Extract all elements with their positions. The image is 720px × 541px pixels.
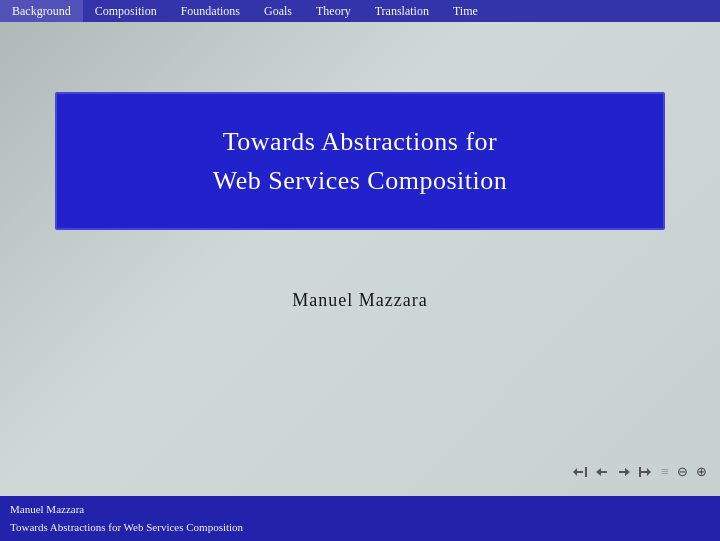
svg-rect-9: [639, 467, 641, 477]
nav-item-time[interactable]: Time: [441, 0, 490, 22]
nav-item-goals[interactable]: Goals: [252, 0, 304, 22]
nav-item-foundations[interactable]: Foundations: [169, 0, 252, 22]
status-title: Towards Abstractions for Web Services Co…: [10, 519, 710, 537]
navbar: Background Composition Foundations Goals…: [0, 0, 720, 22]
title-line2: Web Services Composition: [213, 166, 507, 195]
zoom-in-button[interactable]: ⊕: [693, 462, 710, 482]
svg-marker-8: [647, 468, 651, 476]
svg-marker-6: [625, 468, 630, 476]
nav-item-background[interactable]: Background: [0, 0, 83, 22]
svg-marker-4: [596, 468, 601, 476]
title-line1: Towards Abstractions for: [223, 127, 497, 156]
nav-item-theory[interactable]: Theory: [304, 0, 363, 22]
nav-item-composition[interactable]: Composition: [83, 0, 169, 22]
slide-author: Manuel Mazzara: [292, 290, 427, 311]
nav-item-translation[interactable]: Translation: [363, 0, 441, 22]
title-box: Towards Abstractions for Web Services Co…: [55, 92, 665, 230]
status-author: Manuel Mazzara: [10, 501, 710, 519]
next-frame-button[interactable]: [636, 464, 656, 480]
slide-title: Towards Abstractions for Web Services Co…: [87, 122, 633, 200]
prev-frame-button[interactable]: [570, 464, 590, 480]
next-button[interactable]: [614, 464, 634, 480]
svg-rect-2: [585, 467, 587, 477]
separator-icon: ≡: [658, 462, 672, 482]
zoom-out-button[interactable]: ⊖: [674, 462, 691, 482]
status-bar: Manuel Mazzara Towards Abstractions for …: [0, 496, 720, 541]
svg-marker-1: [573, 468, 577, 476]
navigation-controls: ≡ ⊖ ⊕: [570, 462, 710, 482]
slide-area: Towards Abstractions for Web Services Co…: [0, 22, 720, 496]
prev-button[interactable]: [592, 464, 612, 480]
